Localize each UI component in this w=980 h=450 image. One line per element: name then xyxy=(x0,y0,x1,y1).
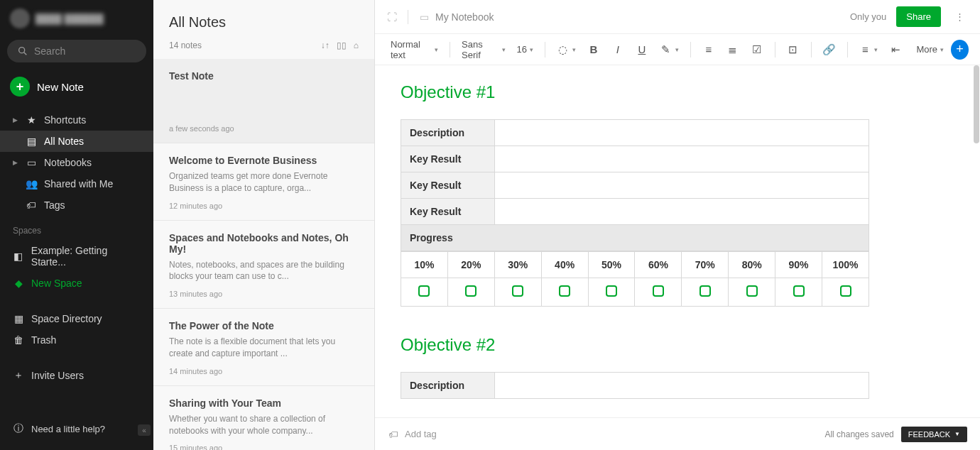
note-card-time: 12 minutes ago xyxy=(169,202,359,210)
checkbox-cell[interactable] xyxy=(541,278,588,307)
checkbox-cell[interactable] xyxy=(447,278,494,307)
more-menu-icon[interactable]: ⋮ xyxy=(951,11,969,22)
sidebar: ████ ██████ Search + New Note ▶ ★ Shortc… xyxy=(0,0,153,450)
note-card-time: a few seconds ago xyxy=(169,124,359,133)
more-label: More xyxy=(916,44,937,55)
checkbox-icon xyxy=(418,285,430,297)
table-cell[interactable] xyxy=(495,373,869,399)
numbered-list-button[interactable]: ≣ xyxy=(722,40,744,59)
checkbox-cell[interactable] xyxy=(729,278,775,307)
svg-line-1 xyxy=(24,53,27,55)
sidebar-item-space-directory[interactable]: ▦ Space Directory xyxy=(0,308,153,329)
pct-cell: 40% xyxy=(541,252,588,278)
italic-button[interactable]: I xyxy=(607,40,628,58)
align-button[interactable]: ≡▾ xyxy=(854,40,882,58)
breadcrumb[interactable]: ▭ My Notebook xyxy=(418,11,494,23)
underline-icon: U xyxy=(636,43,648,55)
cube-icon: ◧ xyxy=(13,251,24,262)
note-card-title: Spaces and Notebooks and Notes, Oh My! xyxy=(169,232,359,255)
table-cell[interactable] xyxy=(495,199,869,225)
highlight-button[interactable]: ✎▾ xyxy=(655,40,683,59)
objective-heading: Objective #1 xyxy=(401,82,954,102)
font-dropdown[interactable]: Sans Serif▾ xyxy=(457,36,509,63)
editor-header: ⛶ ▭ My Notebook Only you Share ⋮ xyxy=(375,0,980,34)
table-cell[interactable] xyxy=(495,172,869,199)
note-card[interactable]: Test Note a few seconds ago xyxy=(153,59,374,143)
pct-cell: 20% xyxy=(447,252,494,278)
svg-point-0 xyxy=(19,48,25,53)
table-cell[interactable] xyxy=(495,120,869,146)
bold-button[interactable]: B xyxy=(583,40,604,58)
insert-button[interactable]: + xyxy=(951,40,969,60)
text-style-dropdown[interactable]: Normal text▾ xyxy=(386,36,442,63)
note-card[interactable]: Sharing with Your Team Whether you want … xyxy=(153,386,374,450)
new-note-label: New Note xyxy=(37,81,84,93)
sidebar-item-trash[interactable]: 🗑 Trash xyxy=(0,329,153,351)
sort-icon[interactable]: ↓↑ xyxy=(321,40,330,50)
outdent-button[interactable]: ⇤ xyxy=(885,40,906,59)
checkbox-cell[interactable] xyxy=(494,278,541,307)
text-color-button[interactable]: ◌▾ xyxy=(552,40,580,59)
checkbox-cell[interactable] xyxy=(822,278,869,307)
help-button[interactable]: ⓘ Need a little help? xyxy=(0,416,153,444)
sidebar-item-all-notes[interactable]: ▤ All Notes xyxy=(0,131,153,152)
sidebar-item-tags[interactable]: 🏷 Tags xyxy=(0,194,153,216)
checkbox-cell[interactable] xyxy=(588,278,635,307)
editor-content[interactable]: Objective #1 Description Key Result Key … xyxy=(375,65,980,417)
progress-table[interactable]: 10% 20% 30% 40% 50% 60% 70% 80% 90% 100% xyxy=(401,251,869,307)
expand-icon[interactable]: ⛶ xyxy=(386,11,398,23)
visibility-label: Only you xyxy=(850,11,886,22)
underline-button[interactable]: U xyxy=(631,40,653,58)
share-button[interactable]: Share xyxy=(896,6,941,27)
note-card[interactable]: Spaces and Notebooks and Notes, Oh My! N… xyxy=(153,221,374,309)
note-icon: ▤ xyxy=(26,136,37,147)
codeblock-button[interactable]: ⊡ xyxy=(783,40,804,59)
pct-cell: 90% xyxy=(775,252,822,278)
objective-table[interactable]: Description Key Result Key Result Key Re… xyxy=(401,119,869,251)
align-icon: ≡ xyxy=(859,43,871,55)
note-card[interactable]: The Power of the Note The note is a flex… xyxy=(153,309,374,386)
font-size-dropdown[interactable]: 16▾ xyxy=(513,41,538,57)
sidebar-item-invite-users[interactable]: ＋ Invite Users xyxy=(0,365,153,386)
sidebar-item-shared[interactable]: 👥 Shared with Me xyxy=(0,173,153,194)
view-toggle-icon[interactable]: ▯▯ xyxy=(337,40,347,50)
sidebar-item-notebooks[interactable]: ▶ ▭ Notebooks xyxy=(0,152,153,173)
checkbox-cell[interactable] xyxy=(682,278,729,307)
objective-table[interactable]: Description xyxy=(401,372,869,399)
bold-icon: B xyxy=(587,43,600,55)
scrollbar-thumb[interactable] xyxy=(974,65,979,143)
checkbox-cell[interactable] xyxy=(775,278,822,307)
filter-icon[interactable]: ⌂ xyxy=(354,40,359,50)
checklist-button[interactable]: ☑ xyxy=(746,40,768,59)
new-note-button[interactable]: + New Note xyxy=(10,77,143,97)
collapse-sidebar-button[interactable]: « xyxy=(138,424,151,436)
text-style-label: Normal text xyxy=(391,39,432,60)
sidebar-item-shortcuts[interactable]: ▶ ★ Shortcuts xyxy=(0,109,153,131)
note-card[interactable]: Welcome to Evernote Business Organized t… xyxy=(153,143,374,221)
note-card-preview: Whether you want to share a collection o… xyxy=(169,413,359,437)
scrollbar-track[interactable] xyxy=(973,65,980,416)
checkbox-cell[interactable] xyxy=(635,278,682,307)
sidebar-item-new-space[interactable]: ◆ New Space xyxy=(0,273,153,294)
notebook-icon: ▭ xyxy=(418,11,430,23)
feedback-button[interactable]: FEEDBACK ▼ xyxy=(901,427,967,442)
table-cell[interactable] xyxy=(495,146,869,172)
add-tag-button[interactable]: 🏷 Add tag xyxy=(388,429,437,440)
objective-heading: Objective #2 xyxy=(401,335,954,355)
bullet-list-button[interactable]: ≡ xyxy=(698,40,719,58)
sidebar-item-label: Invite Users xyxy=(31,370,84,381)
search-input[interactable]: Search xyxy=(7,40,146,62)
table-label-cell: Key Result xyxy=(401,199,495,225)
note-count: 14 notes xyxy=(169,40,202,50)
sidebar-item-space-example[interactable]: ◧ Example: Getting Starte... xyxy=(0,240,153,273)
checkbox-icon xyxy=(512,285,523,297)
checklist-icon: ☑ xyxy=(751,43,763,56)
more-formatting-dropdown[interactable]: More▾ xyxy=(912,41,948,57)
sidebar-item-label: Shared with Me xyxy=(44,178,113,190)
checkbox-cell[interactable] xyxy=(401,278,448,307)
pct-cell: 70% xyxy=(682,252,729,278)
checkbox-icon xyxy=(653,285,664,297)
help-label: Need a little help? xyxy=(31,424,105,434)
link-button[interactable]: 🔗 xyxy=(819,40,840,59)
user-section[interactable]: ████ ██████ xyxy=(0,0,153,35)
